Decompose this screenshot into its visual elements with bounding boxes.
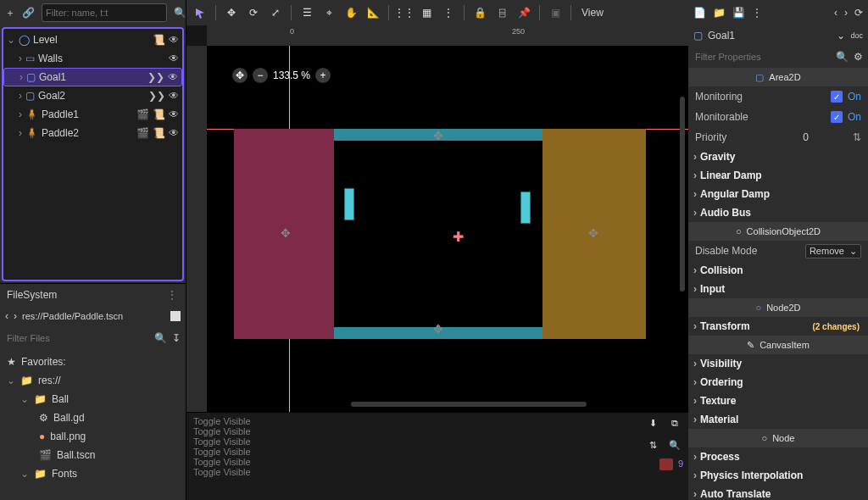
- v-scrollbar[interactable]: [680, 97, 685, 292]
- eye-icon[interactable]: 👁: [169, 108, 179, 120]
- move-tool-icon[interactable]: ✥: [223, 4, 240, 21]
- rss-icon[interactable]: ❯❯: [148, 90, 165, 102]
- lock-icon[interactable]: 🔒: [471, 4, 488, 21]
- canvas-viewport[interactable]: 0250 ✚ ✥ ✥: [186, 25, 688, 412]
- output-filter-icon[interactable]: ⇅: [644, 436, 661, 453]
- output-save-icon[interactable]: ⬇: [644, 414, 661, 431]
- filesystem-menu-icon[interactable]: ⋮: [167, 289, 179, 301]
- section-node[interactable]: ○Node: [688, 429, 868, 447]
- anim-icon[interactable]: ▣: [547, 4, 564, 21]
- add-node-icon[interactable]: ＋: [5, 6, 15, 20]
- script-icon[interactable]: 📜: [153, 127, 165, 139]
- paddle1[interactable]: [344, 188, 354, 220]
- script-icon[interactable]: 📜: [153, 34, 165, 46]
- scene-node-paddle2[interactable]: ›🧍Paddle2🎬📜👁: [3, 124, 182, 142]
- eye-icon[interactable]: 👁: [169, 127, 179, 139]
- fold-audio-bus[interactable]: ›Audio Bus: [688, 203, 868, 222]
- fs-item-ball-tscn[interactable]: 🎬Ball.tscn: [0, 446, 186, 464]
- disable-mode-select[interactable]: Remove ⌄: [805, 244, 861, 258]
- scene-node-walls[interactable]: ›▭Walls👁: [3, 49, 182, 68]
- fold-input[interactable]: ›Input: [688, 280, 868, 298]
- fold-texture[interactable]: ›Texture: [688, 392, 868, 410]
- fs-item-ball-png[interactable]: ●ball.png: [0, 427, 186, 446]
- select-tool-icon[interactable]: [192, 4, 209, 21]
- filesystem-path-mark[interactable]: [170, 311, 181, 321]
- list-tool-icon[interactable]: ☰: [298, 4, 315, 21]
- output-copy-icon[interactable]: ⧉: [666, 414, 683, 431]
- snap-icon[interactable]: ⋮⋮: [396, 4, 413, 21]
- section-node2d[interactable]: ○Node2D: [688, 298, 868, 317]
- fs-item-ball[interactable]: ⌄📁Ball: [0, 390, 186, 408]
- settings-icon[interactable]: ⚙: [854, 51, 863, 63]
- paddle2[interactable]: [520, 192, 531, 224]
- monitorable-checkbox[interactable]: ✓: [831, 111, 843, 123]
- scale-tool-icon[interactable]: ⤢: [267, 4, 284, 21]
- nav-back-icon[interactable]: ‹: [5, 310, 8, 322]
- view-menu[interactable]: View: [581, 7, 604, 19]
- scene-filter-input[interactable]: [42, 3, 167, 22]
- fold-ordering[interactable]: ›Ordering: [688, 373, 868, 392]
- zoom-level[interactable]: 133.5 %: [273, 69, 310, 81]
- rotate-tool-icon[interactable]: ⟳: [245, 4, 262, 21]
- search-icon[interactable]: 🔍: [154, 332, 167, 344]
- eye-icon[interactable]: 👁: [169, 53, 179, 64]
- link-icon[interactable]: 🔗: [22, 7, 35, 19]
- fs-item-fonts[interactable]: ⌄📁Fonts: [0, 464, 186, 483]
- snap-menu-icon[interactable]: ⋮: [440, 4, 457, 21]
- inspector-node-header[interactable]: ▢ Goal1 ⌄ doc: [688, 25, 868, 46]
- new-resource-icon[interactable]: 📄: [693, 7, 706, 19]
- ruler-tool-icon[interactable]: 📐: [364, 4, 381, 21]
- nav-fwd-icon[interactable]: ›: [14, 310, 17, 322]
- section-canvasitem[interactable]: ✎CanvasItem: [688, 336, 868, 354]
- fold-visibility[interactable]: ›Visibility: [688, 354, 868, 373]
- pin-icon[interactable]: 📌: [515, 4, 532, 21]
- spin-icon[interactable]: ⇅: [853, 131, 861, 143]
- save-resource-icon[interactable]: 💾: [732, 7, 745, 19]
- eye-icon[interactable]: 👁: [169, 90, 179, 102]
- fold-physics-interpolation[interactable]: ›Physics Interpolation: [688, 466, 868, 485]
- search-icon[interactable]: 🔍: [836, 51, 849, 63]
- scene-tree[interactable]: ⌄◯Level📜👁›▭Walls👁›▢Goal1❯❯👁›▢Goal2❯❯👁›🧍P…: [2, 27, 184, 281]
- monitoring-checkbox[interactable]: ✓: [831, 91, 843, 103]
- filesystem-path[interactable]: res://Paddle/Paddle.tscn: [22, 311, 165, 321]
- fold-collision[interactable]: ›Collision: [688, 261, 868, 280]
- load-resource-icon[interactable]: 📁: [713, 7, 726, 19]
- pivot-tool-icon[interactable]: ⌖: [320, 4, 337, 21]
- eye-icon[interactable]: 👁: [168, 71, 178, 83]
- history-icon[interactable]: ⟳: [854, 7, 863, 19]
- pan-tool-icon[interactable]: ✋: [342, 4, 359, 21]
- fold-process[interactable]: ›Process: [688, 447, 868, 466]
- more-icon[interactable]: ⋮: [752, 7, 762, 19]
- scene-node-paddle1[interactable]: ›🧍Paddle1🎬📜👁: [3, 105, 182, 124]
- fold-material[interactable]: ›Material: [688, 410, 868, 429]
- zoom-in-icon[interactable]: +: [315, 68, 331, 83]
- sort-icon[interactable]: ↧: [172, 332, 181, 344]
- output-search-icon[interactable]: 🔍: [666, 436, 683, 453]
- section-collisionobject2d[interactable]: ○CollisionObject2D: [688, 222, 868, 241]
- fold-auto-translate[interactable]: ›Auto Translate: [688, 485, 868, 500]
- clap-icon[interactable]: 🎬: [136, 108, 149, 120]
- fold-linear-damp[interactable]: ›Linear Damp: [688, 166, 868, 185]
- group-icon[interactable]: ⌸: [493, 4, 510, 21]
- filesystem-tree[interactable]: ★ Favorites: ⌄📁res://⌄📁Ball⚙Ball.gd●ball…: [0, 349, 186, 500]
- history-back-icon[interactable]: ‹: [834, 7, 837, 19]
- script-icon[interactable]: 📜: [153, 108, 165, 120]
- fs-item-res-[interactable]: ⌄📁res://: [0, 371, 186, 390]
- docs-icon[interactable]: doc: [850, 31, 863, 40]
- fold-transform[interactable]: ›Transform(2 changes): [688, 317, 868, 336]
- fold-angular-damp[interactable]: ›Angular Damp: [688, 185, 868, 203]
- filesystem-filter-input[interactable]: [5, 332, 149, 344]
- scene-node-goal1[interactable]: ›▢Goal1❯❯👁: [3, 68, 182, 86]
- zoom-out-icon[interactable]: −: [253, 68, 268, 83]
- output-error-icon[interactable]: [659, 458, 673, 470]
- priority-value[interactable]: 0: [803, 131, 809, 143]
- zoom-center-icon[interactable]: ✥: [232, 68, 248, 83]
- grid-snap-icon[interactable]: ▦: [418, 4, 435, 21]
- fold-gravity[interactable]: ›Gravity: [688, 147, 868, 166]
- eye-icon[interactable]: 👁: [169, 34, 179, 46]
- search-icon[interactable]: 🔍: [174, 7, 186, 19]
- clap-icon[interactable]: 🎬: [136, 127, 149, 139]
- rss-icon[interactable]: ❯❯: [147, 71, 164, 83]
- output-warning-count[interactable]: 9: [678, 458, 683, 470]
- inspector-filter-input[interactable]: [693, 51, 831, 63]
